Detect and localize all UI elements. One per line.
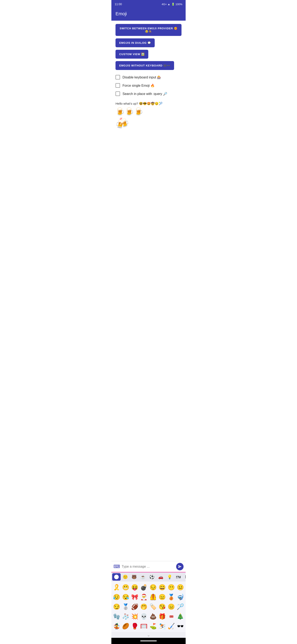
emoji-cell[interactable]: 🎄: [176, 612, 185, 621]
app-bar: Emoji: [111, 8, 186, 21]
chevron-down[interactable]: ⌄: [111, 632, 186, 638]
emoji-cell[interactable]: 😥: [112, 592, 121, 602]
checkbox-disable-keyboard: Disable keyboard input 🎰: [115, 75, 182, 80]
emoji-cell[interactable]: 🧤: [112, 612, 121, 621]
search-in-place-checkbox[interactable]: [115, 92, 120, 96]
chat-emoji-row: 🍺🍺🍺: [115, 107, 182, 116]
buttons-section: SWITCH BETWEEN EMOJI PROVIDER 🥰😂🏇 EMOJIS…: [115, 24, 182, 72]
category-food[interactable]: ☕: [139, 573, 147, 581]
send-button[interactable]: [176, 563, 184, 570]
main-content: SWITCH BETWEEN EMOJI PROVIDER 🥰😂🏇 EMOJIS…: [111, 21, 186, 206]
category-recent[interactable]: 🕐: [112, 573, 121, 581]
emoji-cell[interactable]: 💥: [131, 612, 139, 621]
force-single-emoji-label: Force single Emoji 🔥: [122, 84, 155, 88]
emoji-cell[interactable]: 🦺: [149, 592, 157, 602]
app-title: Emoji: [115, 11, 127, 16]
emoji-categories: 🕐 🙂 🐻 ☕ ⚽ 🚗 💡 !?# 🏳 🔍 ✕: [111, 572, 186, 582]
emoji-cell[interactable]: 😏: [112, 602, 121, 612]
emoji-cell[interactable]: 🎗️: [112, 583, 121, 592]
emoji-cell[interactable]: 🎅: [140, 592, 148, 602]
emoji-cell[interactable]: ⛳: [149, 622, 157, 631]
switch-provider-button[interactable]: SWITCH BETWEEN EMOJI PROVIDER 🥰😂🏇: [115, 24, 182, 36]
category-objects[interactable]: 💡: [165, 573, 174, 581]
message-input-area: ⌨ 🕐 🙂 🐻 ☕ ⚽ 🚗 💡 !?# 🏳 🔍 ✕ 🎗️ 😬 😝 💣 😔 😄 😶…: [111, 561, 186, 644]
chat-section: Hello what's up? 🤓😎🤩🤠😏🎾 🍺🍺🍺 🍻: [115, 100, 182, 132]
emoji-cell[interactable]: 🏑: [167, 622, 176, 631]
status-bar: 11:00 4G+ ▲ 🔋 100%: [111, 0, 186, 8]
emoji-cell[interactable]: 😶: [167, 583, 176, 592]
activity-icon: ⚽: [149, 575, 154, 579]
category-symbols[interactable]: !?#: [174, 574, 183, 581]
emoji-cell[interactable]: 🤿: [176, 592, 185, 602]
category-activity[interactable]: ⚽: [148, 573, 156, 581]
battery-icon: 🔋 100%: [171, 3, 182, 6]
nav-bar: [111, 638, 186, 644]
emoji-cell[interactable]: 😑: [167, 602, 176, 612]
disable-keyboard-checkbox[interactable]: [115, 75, 120, 80]
force-single-emoji-checkbox[interactable]: [115, 83, 120, 88]
category-flags[interactable]: 🏳: [183, 574, 186, 581]
flags-icon: 🏳: [185, 575, 186, 579]
concert-ticket-cell[interactable]: 🎟️: [167, 612, 176, 621]
emoji-cell[interactable]: 😐: [176, 583, 185, 592]
emoji-cell[interactable]: 🥈: [121, 602, 130, 612]
emoji-cell[interactable]: 🕶️: [176, 622, 185, 631]
send-icon: [178, 565, 182, 568]
checkbox-force-single-emoji: Force single Emoji 🔥: [115, 83, 182, 88]
category-travel[interactable]: 🚗: [157, 573, 165, 581]
chat-message-1: Hello what's up? 🤓😎🤩🤠😏🎾: [115, 102, 182, 106]
nav-bar-indicator: [140, 640, 157, 641]
message-input[interactable]: [122, 565, 175, 568]
emoji-cell[interactable]: 😄: [158, 583, 166, 592]
emoji-cell[interactable]: 🥊: [131, 622, 139, 631]
spacer: [115, 132, 182, 203]
emoji-cell[interactable]: 🏉: [121, 622, 130, 631]
emojis-in-dialog-button[interactable]: EMOJIS IN DIALOG 💬: [115, 38, 155, 47]
emoji-cell[interactable]: 🥉: [167, 592, 176, 602]
emoji-cell[interactable]: 🤭: [140, 602, 148, 612]
animal-icon: 🐻: [132, 575, 137, 579]
emoji-cell[interactable]: 🎀: [131, 592, 139, 602]
category-animal[interactable]: 🐻: [130, 573, 138, 581]
checkbox-search-in-place: Search in place with :query 🔎: [115, 92, 182, 96]
emoji-cell[interactable]: 💩: [149, 612, 157, 621]
emoji-cell[interactable]: 😘: [158, 602, 166, 612]
emoji-cell[interactable]: 🧦: [121, 612, 130, 621]
input-row: ⌨: [111, 561, 186, 572]
recent-icon: 🕐: [114, 575, 119, 579]
food-icon: ☕: [140, 575, 146, 579]
disable-keyboard-label: Disable keyboard input 🎰: [122, 75, 161, 79]
signal-icon: 4G+ ▲: [162, 3, 170, 6]
emoji-cell[interactable]: 🎁: [158, 612, 166, 621]
emoji-cell[interactable]: 😔: [149, 583, 157, 592]
emoji-cell[interactable]: 🤹: [112, 622, 121, 631]
emoji-cell[interactable]: 😝: [131, 583, 139, 592]
status-time: 11:00: [115, 2, 122, 6]
chat-emoji-large: 🍻: [115, 117, 182, 130]
emoji-cell[interactable]: 😬: [121, 583, 130, 592]
search-in-place-label: Search in place with :query 🔎: [122, 92, 167, 96]
emoji-cell[interactable]: 🏸: [176, 602, 185, 612]
emoji-cell[interactable]: 🥅: [140, 622, 148, 631]
category-face[interactable]: 🙂: [121, 573, 130, 581]
travel-icon: 🚗: [158, 575, 163, 579]
keyboard-toggle-icon[interactable]: ⌨: [113, 564, 120, 569]
custom-view-button[interactable]: CUSTOM VIEW 🖼️: [115, 50, 148, 58]
emoji-cell[interactable]: 💣: [140, 583, 148, 592]
emoji-cell[interactable]: 😑: [158, 592, 166, 602]
emoji-cell[interactable]: 😪: [121, 592, 130, 602]
emoji-grid: 🎗️ 😬 😝 💣 😔 😄 😶 😐 😥 😪 🎀 🎅 🦺 😑 🥉 🤿 😏 🥈 🏈 🤭…: [111, 582, 186, 632]
objects-icon: 💡: [167, 575, 172, 579]
emoji-cell[interactable]: ⛷️: [158, 622, 166, 631]
symbols-icon: !?#: [176, 576, 181, 579]
status-icons: 4G+ ▲ 🔋 100%: [162, 3, 182, 6]
emoji-cell[interactable]: 🏷️: [149, 602, 157, 612]
face-icon: 🙂: [123, 575, 128, 579]
emoji-cell[interactable]: 💀: [140, 612, 148, 621]
emoji-cell[interactable]: 🏈: [131, 602, 139, 612]
emojis-without-keyboard-button[interactable]: EMOJIS WITHOUT KEYBOARD 🟰➖: [115, 61, 174, 70]
